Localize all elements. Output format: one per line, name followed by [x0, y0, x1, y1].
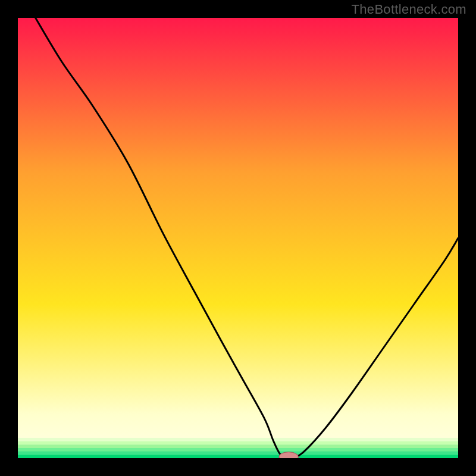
svg-rect-1	[18, 441, 458, 445]
plot-area	[18, 18, 458, 458]
watermark-text: TheBottleneck.com	[352, 2, 466, 17]
svg-rect-3	[18, 448, 458, 452]
svg-rect-5	[18, 455, 458, 458]
chart-svg	[18, 18, 458, 458]
green-bands	[18, 438, 458, 458]
svg-rect-4	[18, 452, 458, 455]
gradient-background	[18, 18, 458, 458]
chart-frame: TheBottleneck.com	[0, 0, 476, 476]
svg-rect-2	[18, 444, 458, 448]
svg-rect-0	[18, 438, 458, 441]
